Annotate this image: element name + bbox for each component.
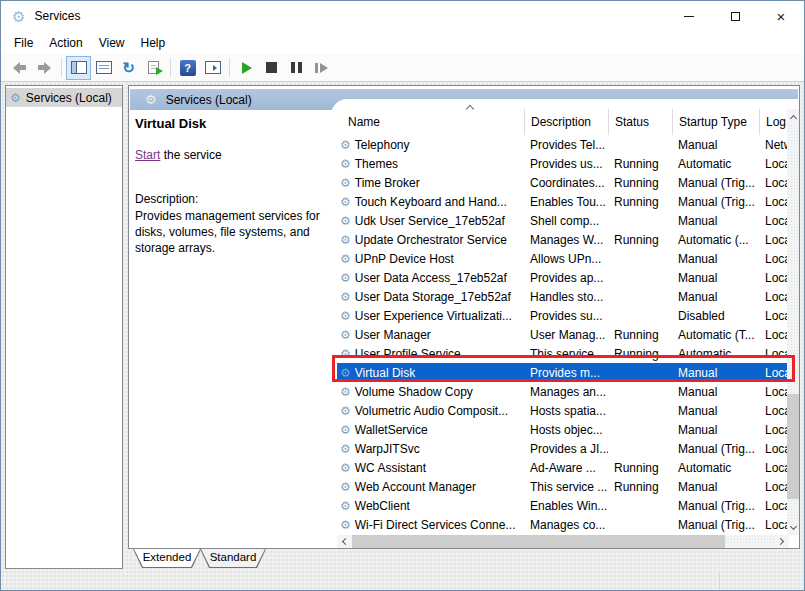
table-row[interactable]: ⚙WebClientEnables Win...Manual (Trig...L… — [337, 496, 789, 515]
service-logon: Loca — [759, 480, 789, 494]
menu-view[interactable]: View — [91, 36, 133, 50]
table-row[interactable]: ⚙WarpJITSvcProvides a JI...Manual (Trig.… — [337, 439, 789, 458]
menu-help[interactable]: Help — [133, 36, 174, 50]
vertical-scrollbar[interactable] — [787, 109, 799, 535]
service-name-cell: ⚙Volume Shadow Copy — [337, 385, 524, 399]
column-header-startup-type[interactable]: Startup Type — [672, 109, 759, 135]
service-status: Running — [608, 176, 672, 190]
service-logon: Loca — [759, 442, 789, 456]
service-name: WalletService — [355, 423, 428, 437]
vertical-scroll-thumb[interactable] — [787, 394, 799, 499]
service-logon: Loca — [759, 157, 789, 171]
status-area-divider — [719, 572, 720, 591]
service-startup-type: Manual — [672, 271, 759, 285]
scroll-right-button[interactable] — [774, 535, 789, 548]
service-description: User Manag... — [524, 328, 608, 342]
service-startup-type: Disabled — [672, 309, 759, 323]
service-startup-type: Manual — [672, 252, 759, 266]
service-name-cell: ⚙Telephony — [337, 138, 524, 152]
service-name-cell: ⚙Udk User Service_17eb52af — [337, 214, 524, 228]
start-service-link[interactable]: Start — [135, 148, 160, 162]
minimize-button[interactable] — [666, 1, 712, 31]
panel-header-gear-icon: ⚙ — [145, 93, 157, 106]
service-name-cell: ⚙WC Assistant — [337, 461, 524, 475]
back-button[interactable] — [7, 56, 32, 80]
service-description: Provides a JI... — [524, 442, 608, 456]
table-row[interactable]: ⚙Touch Keyboard and Hand...Enables Tou..… — [337, 192, 789, 211]
table-row[interactable]: ⚙TelephonyProvides Tel...ManualNetw — [337, 135, 789, 154]
service-name: Volumetric Audio Composit... — [355, 404, 508, 418]
panel-header-title: Services (Local) — [166, 93, 252, 107]
start-service-icon — [242, 62, 252, 74]
service-name: Themes — [355, 157, 398, 171]
stop-service-button[interactable] — [259, 56, 284, 80]
service-gear-icon: ⚙ — [340, 310, 351, 322]
column-header-logon[interactable]: Log — [759, 109, 789, 135]
table-row[interactable]: ⚙User Data Access_17eb52afProvides ap...… — [337, 268, 789, 287]
service-name: Udk User Service_17eb52af — [355, 214, 505, 228]
table-row[interactable]: ⚙UPnP Device HostAllows UPn...ManualLoca — [337, 249, 789, 268]
table-row[interactable]: ⚙Udk User Service_17eb52afShell comp...M… — [337, 211, 789, 230]
service-startup-type: Manual (Trig... — [672, 176, 759, 190]
service-logon: Loca — [759, 423, 789, 437]
horizontal-scrollbar[interactable] — [337, 535, 789, 548]
help-button[interactable]: ? — [175, 56, 200, 80]
service-status: Running — [608, 461, 672, 475]
menubar: File Action View Help — [1, 31, 804, 54]
service-startup-type: Automatic — [672, 461, 759, 475]
service-description: Provides su... — [524, 309, 608, 323]
service-description: Allows UPn... — [524, 252, 608, 266]
horizontal-scroll-thumb[interactable] — [352, 535, 725, 548]
service-description: Provides us... — [524, 157, 608, 171]
table-row[interactable]: ⚙Wi-Fi Direct Services Conne...Manages c… — [337, 515, 789, 534]
table-row[interactable]: ⚙User ManagerUser Manag...RunningAutomat… — [337, 325, 789, 344]
pause-service-button[interactable] — [284, 56, 309, 80]
export-list-button[interactable] — [141, 56, 166, 80]
column-header-name[interactable]: Name — [337, 109, 524, 135]
table-row[interactable]: ⚙Time BrokerCoordinates...RunningManual … — [337, 173, 789, 192]
forward-button[interactable] — [32, 56, 57, 80]
service-startup-type: Manual (Trig... — [672, 442, 759, 456]
service-name-cell: ⚙User Data Access_17eb52af — [337, 271, 524, 285]
menu-action[interactable]: Action — [41, 36, 90, 50]
refresh-button[interactable]: ↻ — [116, 56, 141, 80]
service-description: This service ... — [524, 480, 608, 494]
service-gear-icon: ⚙ — [340, 424, 351, 436]
table-row[interactable]: ⚙Volume Shadow CopyManages an...ManualLo… — [337, 382, 789, 401]
table-row[interactable]: ⚙WC AssistantAd-Aware ...RunningAutomati… — [337, 458, 789, 477]
table-row[interactable]: ⚙User Experience Virtualizati...Provides… — [337, 306, 789, 325]
service-name: Touch Keyboard and Hand... — [355, 195, 507, 209]
console-tree-icon — [71, 61, 87, 74]
service-name-cell: ⚙User Manager — [337, 328, 524, 342]
service-name: WarpJITSvc — [355, 442, 420, 456]
service-name: User Data Access_17eb52af — [355, 271, 507, 285]
maximize-button[interactable] — [712, 1, 758, 31]
table-row[interactable]: ⚙WalletServiceHosts objec...ManualLoca — [337, 420, 789, 439]
service-logon: Loca — [759, 176, 789, 190]
show-console-tree-button[interactable] — [66, 56, 91, 80]
table-row[interactable]: ⚙Web Account ManagerThis service ...Runn… — [337, 477, 789, 496]
table-row[interactable]: ⚙User Data Storage_17eb52afHandles sto..… — [337, 287, 789, 306]
list-header: Name Description Status Startup Type Log — [337, 109, 789, 135]
properties-button[interactable] — [91, 56, 116, 80]
close-button[interactable]: × — [758, 1, 804, 31]
tab-standard[interactable]: Standard — [200, 549, 266, 568]
scroll-up-button[interactable] — [787, 109, 799, 124]
menu-file[interactable]: File — [6, 36, 41, 50]
column-header-description[interactable]: Description — [524, 109, 608, 135]
scroll-down-button[interactable] — [787, 520, 799, 535]
show-action-pane-button[interactable] — [200, 56, 225, 80]
table-row[interactable]: ⚙Update Orchestrator ServiceManages W...… — [337, 230, 789, 249]
sidebar-item-services-local[interactable]: ⚙ Services (Local) — [6, 88, 122, 107]
service-logon: Loca — [759, 271, 789, 285]
service-description: Handles sto... — [524, 290, 608, 304]
start-service-button[interactable] — [234, 56, 259, 80]
table-row[interactable]: ⚙ThemesProvides us...RunningAutomaticLoc… — [337, 154, 789, 173]
scroll-left-button[interactable] — [337, 535, 352, 548]
column-header-status[interactable]: Status — [608, 109, 672, 135]
tab-extended[interactable]: Extended — [133, 549, 201, 568]
restart-service-button[interactable] — [309, 56, 334, 80]
table-row[interactable]: ⚙Volumetric Audio Composit...Hosts spati… — [337, 401, 789, 420]
service-startup-type: Manual — [672, 214, 759, 228]
service-name: User Manager — [355, 328, 431, 342]
